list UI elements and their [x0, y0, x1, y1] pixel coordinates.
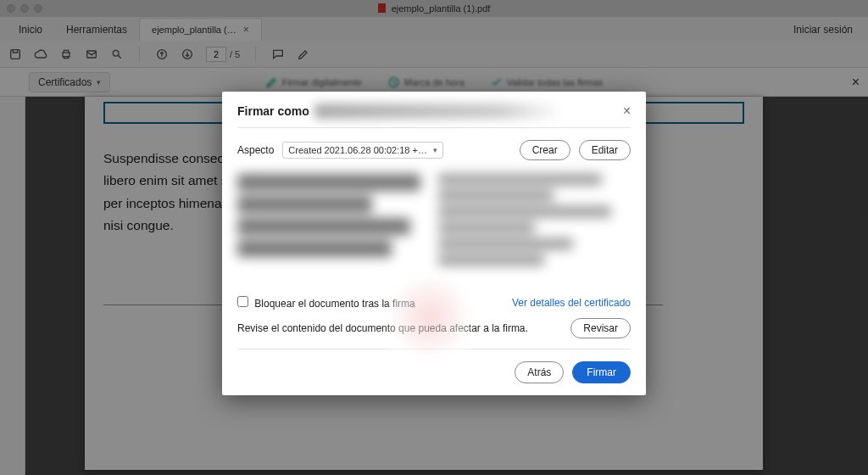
review-button[interactable]: Revisar	[570, 318, 631, 338]
aspect-select[interactable]: Created 2021.06.28 00:02:18 +…	[282, 142, 443, 159]
aspect-label: Aspecto	[237, 144, 274, 156]
close-icon[interactable]: ×	[623, 103, 631, 119]
sign-button[interactable]: Firmar	[572, 361, 631, 383]
lock-checkbox[interactable]	[237, 296, 248, 307]
create-button[interactable]: Crear	[520, 140, 570, 160]
sign-dialog: Firmar como × Aspecto Created 2021.06.28…	[222, 92, 646, 395]
signer-name-redacted	[314, 103, 623, 119]
back-button[interactable]: Atrás	[515, 361, 564, 383]
dialog-title: Firmar como	[237, 104, 309, 118]
cert-details-link[interactable]: Ver detalles del certificado	[512, 297, 631, 309]
signature-preview	[237, 169, 631, 288]
edit-button[interactable]: Editar	[579, 140, 631, 160]
pdf-watermark	[392, 270, 468, 363]
lock-checkbox-row[interactable]: Bloquear el documento tras la firma	[237, 296, 415, 310]
review-text: Revise el contenido del documento que pu…	[237, 322, 528, 334]
